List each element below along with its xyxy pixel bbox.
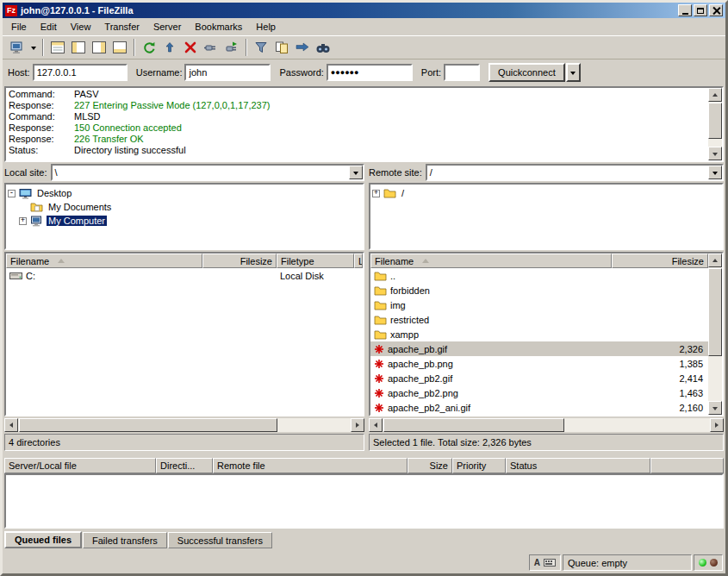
menu-transfer[interactable]: Transfer — [97, 19, 146, 34]
reconnect-button[interactable] — [221, 38, 242, 57]
tree-item-label-selected: My Computer — [47, 216, 107, 226]
scroll-down-button[interactable] — [708, 147, 722, 160]
maximize-button[interactable] — [694, 4, 707, 16]
maximize-icon — [697, 8, 704, 14]
remote-file-row[interactable]: .. — [370, 268, 708, 283]
minimize-button[interactable] — [678, 4, 692, 16]
port-input[interactable] — [444, 64, 480, 81]
column-header-remote-file[interactable]: Remote file — [213, 458, 408, 473]
remote-file-row[interactable]: apache_pb.png 1,385 — [370, 356, 708, 371]
remote-list-vertical-scrollbar[interactable] — [708, 254, 722, 415]
title-bar[interactable]: Fz john@127.0.0.1 - FileZilla — [3, 3, 725, 18]
disconnect-button[interactable] — [201, 38, 221, 57]
quickconnect-button[interactable]: Quickconnect — [488, 63, 565, 82]
cancel-button[interactable] — [180, 38, 201, 57]
remote-site-dropdown-button[interactable] — [708, 166, 722, 179]
remote-file-row-selected[interactable]: apache_pb.gif 2,326 — [370, 341, 708, 356]
queue-list-area[interactable] — [4, 473, 724, 529]
local-file-row[interactable]: C: Local Disk — [6, 268, 363, 283]
password-input[interactable] — [327, 64, 413, 81]
scroll-left-button[interactable] — [4, 418, 18, 432]
column-header-status[interactable]: Status — [506, 458, 650, 473]
column-header-filename[interactable]: Filename — [6, 254, 202, 268]
process-queue-button[interactable] — [159, 38, 180, 57]
menu-server[interactable]: Server — [146, 19, 188, 34]
quickconnect-dropdown-button[interactable] — [566, 63, 581, 82]
menu-bookmarks[interactable]: Bookmarks — [188, 19, 249, 34]
remote-site-combobox[interactable]: / — [426, 164, 724, 181]
column-header-filesize[interactable]: Filesize — [202, 254, 277, 268]
column-header-server-local-file[interactable]: Server/Local file — [4, 458, 156, 473]
toggle-message-log-button[interactable] — [47, 38, 68, 57]
column-header-priority[interactable]: Priority — [452, 458, 506, 473]
column-header-lastmodified[interactable]: L — [354, 254, 363, 268]
remote-site-value: / — [427, 166, 708, 179]
compare-button[interactable] — [271, 38, 292, 57]
scrollbar-thumb[interactable] — [708, 103, 722, 139]
column-header-filetype[interactable]: Filetype — [277, 254, 354, 268]
local-site-dropdown-button[interactable] — [349, 166, 363, 179]
status-bar: A Queue: empty — [3, 552, 725, 573]
drive-icon — [9, 271, 22, 280]
log-type: Response: — [9, 122, 74, 134]
file-name: apache_pb.png — [388, 359, 453, 369]
site-manager-button[interactable] — [7, 38, 28, 57]
remote-file-row[interactable]: xampp — [370, 327, 708, 341]
scrollbar-thumb[interactable] — [19, 418, 277, 432]
expand-expander[interactable]: + — [19, 217, 27, 225]
column-header-filesize[interactable]: Filesize — [612, 254, 708, 268]
tree-item-my-documents[interactable]: My Documents — [19, 200, 361, 214]
toggle-queue-button[interactable] — [109, 38, 130, 57]
file-name: restricted — [390, 315, 429, 325]
menu-edit[interactable]: Edit — [34, 19, 64, 34]
refresh-button[interactable] — [139, 38, 159, 57]
remote-file-row[interactable]: restricted — [370, 312, 708, 327]
tab-queued-files[interactable]: Queued files — [4, 531, 82, 548]
close-button[interactable] — [709, 4, 723, 16]
local-site-combobox[interactable]: \ — [51, 164, 364, 181]
menu-view[interactable]: View — [64, 19, 98, 34]
local-horizontal-scrollbar[interactable] — [4, 418, 364, 432]
menu-file[interactable]: File — [4, 19, 34, 34]
remote-file-row[interactable]: forbidden — [370, 283, 708, 297]
filter-button[interactable] — [251, 38, 271, 57]
tree-item-root[interactable]: + / — [372, 186, 720, 200]
scroll-left-button[interactable] — [369, 418, 383, 432]
find-button[interactable] — [313, 38, 333, 57]
toggle-remote-tree-button[interactable] — [89, 38, 109, 57]
expand-expander[interactable]: + — [372, 190, 380, 197]
queue-panel-icon — [112, 41, 128, 54]
remote-horizontal-scrollbar[interactable] — [369, 418, 724, 432]
remote-file-row[interactable]: apache_pb2.gif 2,414 — [370, 371, 708, 385]
collapse-expander[interactable]: - — [8, 190, 16, 197]
scrollbar-thumb[interactable] — [383, 418, 564, 432]
scroll-up-button[interactable] — [708, 88, 722, 102]
remote-file-row[interactable]: img — [370, 297, 708, 312]
window-title: john@127.0.0.1 - FileZilla — [21, 5, 134, 16]
log-type: Command: — [9, 111, 74, 122]
scroll-down-button[interactable] — [708, 401, 722, 415]
log-text: Directory listing successful — [74, 145, 186, 156]
column-header-size[interactable]: Size — [408, 458, 452, 473]
username-input[interactable] — [184, 64, 271, 81]
tab-successful-transfers[interactable]: Successful transfers — [168, 532, 272, 548]
column-header-direction[interactable]: Directi... — [156, 458, 213, 473]
toggle-local-tree-button[interactable] — [68, 38, 89, 57]
tree-item-desktop[interactable]: - Desktop — [8, 186, 361, 200]
column-header-filename[interactable]: Filename — [370, 254, 612, 268]
scroll-right-button[interactable] — [351, 418, 364, 432]
sync-browse-button[interactable] — [292, 38, 313, 57]
scroll-right-button[interactable] — [710, 418, 724, 432]
host-input[interactable] — [33, 64, 128, 81]
site-manager-dropdown-button[interactable] — [28, 38, 39, 57]
remote-file-row[interactable]: apache_pb2_ani.gif 2,160 — [370, 400, 708, 415]
scrollbar-thumb[interactable] — [708, 268, 722, 356]
scroll-up-button[interactable] — [708, 254, 722, 267]
log-vertical-scrollbar[interactable] — [708, 88, 722, 160]
tree-item-my-computer[interactable]: + My Computer — [19, 214, 361, 228]
chevron-down-icon — [31, 47, 36, 53]
remote-file-row[interactable]: apache_pb2.png 1,463 — [370, 385, 708, 400]
tab-failed-transfers[interactable]: Failed transfers — [83, 532, 167, 548]
file-size: 2,326 — [612, 344, 708, 354]
menu-help[interactable]: Help — [249, 19, 283, 34]
